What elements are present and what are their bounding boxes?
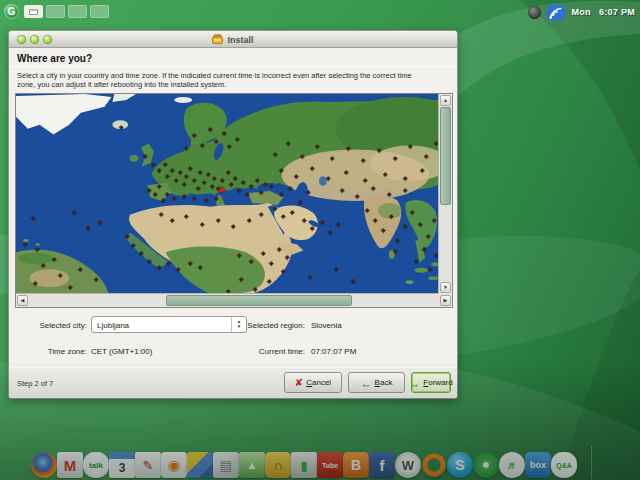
city-marker[interactable] (167, 262, 171, 266)
city-marker[interactable] (94, 278, 98, 282)
city-marker[interactable] (214, 196, 218, 200)
city-marker[interactable] (352, 280, 356, 284)
city-marker[interactable] (267, 280, 271, 284)
city-marker[interactable] (73, 210, 77, 214)
city-marker[interactable] (189, 167, 193, 171)
city-marker[interactable] (86, 226, 90, 230)
volume-icon[interactable] (528, 6, 541, 19)
city-marker[interactable] (59, 274, 63, 278)
network-wifi-icon[interactable] (547, 5, 567, 20)
city-marker[interactable] (185, 175, 189, 179)
city-marker[interactable] (193, 133, 197, 137)
city-marker[interactable] (220, 179, 224, 183)
city-marker[interactable] (200, 143, 204, 147)
city-marker[interactable] (41, 264, 45, 268)
city-marker[interactable] (289, 187, 293, 191)
city-marker[interactable] (403, 177, 407, 181)
city-marker[interactable] (139, 252, 143, 256)
city-marker[interactable] (171, 218, 175, 222)
city-marker[interactable] (356, 194, 360, 198)
city-marker[interactable] (157, 169, 161, 173)
city-marker[interactable] (33, 282, 37, 286)
city-marker[interactable] (198, 266, 202, 270)
city-marker[interactable] (279, 169, 283, 173)
city-marker[interactable] (393, 157, 397, 161)
city-marker[interactable] (320, 220, 324, 224)
horizontal-scroll-thumb[interactable] (166, 295, 352, 306)
city-marker[interactable] (183, 194, 187, 198)
city-marker[interactable] (236, 137, 240, 141)
city-marker[interactable] (165, 175, 169, 179)
city-marker[interactable] (263, 183, 267, 187)
city-marker[interactable] (151, 163, 155, 167)
city-marker[interactable] (31, 216, 35, 220)
selected-city-marker[interactable] (219, 187, 224, 192)
city-marker[interactable] (159, 212, 163, 216)
city-marker[interactable] (171, 169, 175, 173)
city-marker[interactable] (277, 248, 281, 252)
city-marker[interactable] (143, 155, 147, 159)
city-marker[interactable] (234, 177, 238, 181)
city-marker[interactable] (23, 242, 27, 246)
city-marker[interactable] (299, 200, 303, 204)
city-marker[interactable] (295, 175, 299, 179)
city-marker[interactable] (196, 187, 200, 191)
city-marker[interactable] (330, 157, 334, 161)
city-marker[interactable] (165, 192, 169, 196)
city-marker[interactable] (307, 190, 311, 194)
city-marker[interactable] (214, 139, 218, 143)
city-marker[interactable] (269, 262, 273, 266)
city-marker[interactable] (285, 256, 289, 260)
city-marker[interactable] (261, 252, 265, 256)
city-marker[interactable] (78, 268, 82, 272)
city-marker[interactable] (198, 171, 202, 175)
city-marker[interactable] (226, 289, 230, 293)
scroll-up-button[interactable]: ▲ (440, 95, 451, 106)
city-marker[interactable] (230, 183, 234, 187)
city-marker[interactable] (226, 171, 230, 175)
city-marker[interactable] (415, 260, 419, 264)
city-marker[interactable] (175, 179, 179, 183)
city-marker[interactable] (374, 218, 378, 222)
city-marker[interactable] (193, 196, 197, 200)
city-marker[interactable] (210, 185, 214, 189)
city-marker[interactable] (427, 234, 431, 238)
city-marker[interactable] (200, 222, 204, 226)
city-marker[interactable] (421, 169, 425, 173)
city-marker[interactable] (387, 192, 391, 196)
city-marker[interactable] (35, 248, 39, 252)
city-marker[interactable] (69, 286, 73, 290)
city-marker[interactable] (311, 226, 315, 230)
city-marker[interactable] (419, 222, 423, 226)
city-marker[interactable] (161, 198, 165, 202)
city-marker[interactable] (403, 189, 407, 193)
city-marker[interactable] (291, 210, 295, 214)
city-marker[interactable] (202, 181, 206, 185)
city-marker[interactable] (147, 189, 151, 193)
city-marker[interactable] (377, 149, 381, 153)
city-marker[interactable] (364, 179, 368, 183)
city-marker[interactable] (248, 218, 252, 222)
vertical-scroll-thumb[interactable] (440, 107, 451, 205)
city-marker[interactable] (435, 254, 439, 258)
city-marker[interactable] (193, 179, 197, 183)
city-marker[interactable] (411, 210, 415, 214)
city-marker[interactable] (311, 167, 315, 171)
city-marker[interactable] (189, 262, 193, 266)
city-marker[interactable] (403, 224, 407, 228)
city-marker[interactable] (366, 208, 370, 212)
city-marker[interactable] (259, 212, 263, 216)
workspace-2[interactable] (46, 5, 65, 18)
city-marker[interactable] (177, 268, 181, 272)
city-marker[interactable] (250, 260, 254, 264)
city-marker[interactable] (372, 187, 376, 191)
city-marker[interactable] (98, 220, 102, 224)
city-marker[interactable] (185, 147, 189, 151)
city-marker[interactable] (132, 244, 136, 248)
city-marker[interactable] (344, 171, 348, 175)
city-marker[interactable] (287, 141, 291, 145)
city-marker[interactable] (433, 218, 437, 222)
city-marker[interactable] (362, 159, 366, 163)
window-titlebar[interactable]: Install (9, 31, 457, 48)
workspace-3[interactable] (68, 5, 87, 18)
